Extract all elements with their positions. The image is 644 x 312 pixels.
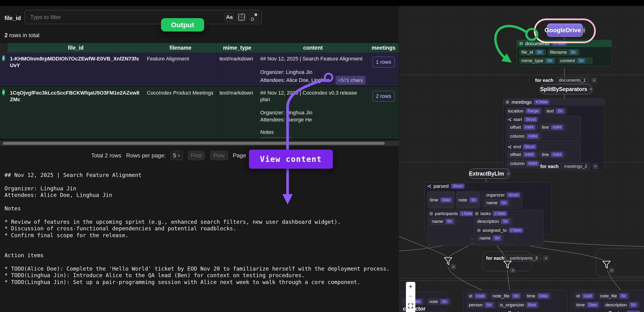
more-chars-badge[interactable]: +414 chars (260, 138, 292, 139)
filter-funnel-node[interactable]: ≡ (444, 257, 456, 269)
mime-type-cell: text/markdown (217, 52, 258, 86)
document-icon[interactable]: ≡ (543, 255, 549, 261)
horizontal-scrollbar[interactable] (0, 141, 399, 146)
field-pill: nameStr (430, 218, 456, 225)
file-id-cell: 1-KHMOInm8rpMDDIOh7OcZEwfW-E0VB_XnfZN73f… (7, 52, 144, 86)
collector-table[interactable]: idUuid note_fileStr timeDate description… (571, 290, 644, 312)
pagination-total: Total 2 rows (91, 152, 122, 159)
field-pill: noteStr (456, 191, 480, 208)
filter-funnel-node[interactable]: ≡ (503, 261, 515, 273)
collector-caption: collector (602, 310, 640, 312)
mime-type-cell: text/markdown (217, 87, 258, 139)
document-icon[interactable]: ≡ (592, 163, 598, 169)
field-pill: timeDate (427, 191, 454, 208)
document-icon[interactable]: ≡ (591, 77, 597, 83)
flow-diagram-panel[interactable]: GoogleDrive ≡ ⊞ documents KTable file_id… (399, 6, 644, 312)
field-pill: timeDate (574, 302, 601, 309)
field-pill: columnInt64 (508, 160, 541, 167)
table-icon: ⊞ (477, 228, 481, 233)
content-attendees-line: Attendees: Alice Doe, Linghua (260, 77, 330, 84)
type-badge (627, 310, 640, 312)
zoom-in-button[interactable]: + (406, 282, 415, 291)
content-cell: ## Nov 12, 2025 | Search Feature Alignme… (258, 52, 368, 86)
nested-rows-button[interactable]: 1 rows (372, 57, 395, 68)
document-icon: ≡ (510, 268, 515, 273)
table-icon: ⊞ (519, 41, 523, 46)
chevron-down-icon: ∨ (178, 154, 180, 158)
field-pill: descriptionStr (475, 218, 512, 225)
output-annotation-button[interactable]: Output (161, 18, 204, 31)
table-kind-badge: KTable (552, 41, 567, 46)
zoom-out-button[interactable]: − (406, 292, 415, 301)
foreach-row-participants: for each participants_3 ≡ (486, 255, 549, 261)
content-organizer-line: Organizer: Linghua Jin (260, 69, 366, 76)
content-notes-label: Notes (260, 129, 366, 136)
fit-view-button[interactable] (406, 301, 415, 311)
field-pill: personStr (466, 302, 496, 309)
filter-funnel-node[interactable]: ≡ (602, 261, 614, 273)
foreach-row-documents: for each documents_1 ≡ (535, 77, 597, 84)
column-header-mime-type[interactable]: mime_type (217, 43, 258, 52)
schema-box-parsed[interactable]: parsed Struct timeDate noteStr organizer… (425, 182, 552, 234)
view-content-annotation-button[interactable]: View content (249, 150, 333, 169)
column-header-meetings[interactable]: meetings (368, 43, 399, 52)
checkbox-column-header (0, 43, 7, 52)
nested-rows-button[interactable]: 2 rows (372, 91, 395, 102)
table-row[interactable]: ✓ 1-KHMOInm8rpMDDIOh7OcZEwfW-E0VB_XnfZN7… (0, 52, 399, 87)
table-row[interactable]: ✓ 1CqOjvgfFec3kLccSccFBCKWfqaU5O3FM1e2AZ… (0, 87, 399, 139)
field-pill: descriptionStr (603, 302, 640, 309)
field-pill: textStr (544, 108, 567, 115)
rows-per-page-select[interactable]: 5 ∨ (170, 151, 183, 160)
field-pill: contentStr (558, 57, 593, 64)
field-pill: lineInt64 (540, 151, 566, 158)
table-icon: ⊞ (475, 211, 478, 216)
source-node-googledrive[interactable]: GoogleDrive ≡ (547, 23, 583, 37)
table-icon: ⊞ (430, 211, 433, 216)
row-status-cell: ✓ (0, 87, 7, 139)
table-kind-badge: KTable (534, 100, 549, 105)
struct-box-start: start Struct offsetInt64 lineInt64 colum… (506, 116, 580, 142)
match-whole-word-icon[interactable] (237, 12, 246, 22)
column-header-filename[interactable]: filename (144, 43, 217, 52)
field-pill: note_fileStr (490, 293, 522, 300)
op-node-splitbyseparators[interactable]: SplitBySeparators ≡ (540, 84, 592, 94)
regex-icon[interactable]: * (249, 12, 259, 22)
op-node-extractbyllm[interactable]: ExtractByLlm ≡ (468, 168, 510, 179)
field-pill: offsetInt64 (508, 151, 538, 158)
collector-caption: collector (502, 310, 524, 312)
schema-table-meetings[interactable]: ⊞ meetings KTable locationRange textStr … (503, 98, 604, 171)
prev-page-button[interactable]: Prev (210, 151, 228, 160)
schema-table-documents[interactable]: ⊞ documents KTable file_idStr filenameSt… (517, 40, 612, 66)
dotted-box-icon (238, 14, 245, 20)
field-pill: is_organizerBool (498, 302, 540, 309)
column-header-content[interactable]: content (258, 43, 368, 52)
field-pill: file_idStr (519, 49, 546, 55)
field-pill: offsetInt64 (508, 124, 538, 131)
struct-icon (484, 193, 484, 197)
filename-cell: Feature Alignment (144, 52, 217, 86)
collector-table[interactable]: idUuid note_fileStr timeDate personStr i… (464, 290, 568, 312)
first-page-button[interactable]: First (188, 151, 205, 160)
document-icon: ≡ (583, 27, 585, 33)
content-viewer: ## Nov 12, 2025 | Search Feature Alignme… (4, 172, 390, 285)
match-case-icon[interactable]: Aa (224, 12, 234, 22)
struct-name: parsed (434, 183, 448, 189)
document-icon: ≡ (609, 268, 614, 273)
content-cell: ## Nov 12, 2025 | CocoIndex v0.3 release… (258, 87, 368, 139)
scope-name-box[interactable]: documents_1 (556, 77, 589, 84)
meetings-cell: 2 rows (368, 87, 399, 139)
document-icon: ≡ (451, 264, 456, 269)
check-icon: ✓ (2, 89, 5, 95)
field-pill: idUuid (574, 293, 596, 300)
scope-name-box[interactable]: participants_3 (507, 255, 541, 261)
field-pill: idUuid (466, 293, 488, 300)
scrollbar-thumb[interactable] (3, 142, 385, 145)
content-organizer-line: Organizer: Linghua Jin (260, 109, 366, 116)
scope-name-box[interactable]: meetings_2 (561, 163, 590, 170)
field-pill: mime_typeStr (519, 57, 556, 64)
field-pill: nameStr (477, 235, 504, 242)
filter-field-label: file_id (4, 15, 21, 21)
column-header-file-id[interactable]: file_id (7, 43, 144, 52)
more-chars-badge[interactable]: +571 chars (336, 76, 366, 85)
table-box-tasks: ⊞ tasks LTable descriptionStr ⊞ assigned… (473, 210, 544, 246)
